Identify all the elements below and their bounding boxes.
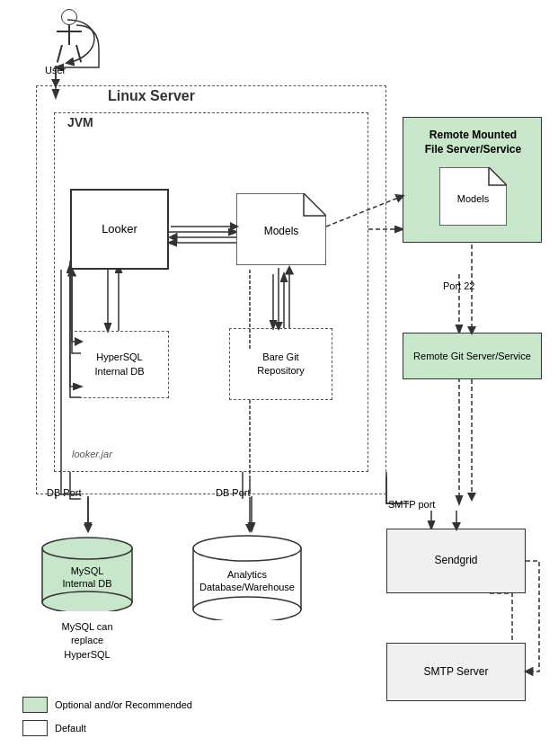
svg-point-19 xyxy=(193,536,301,561)
models-remote-label: Models xyxy=(439,192,507,205)
mysql-db-container: MySQLInternal DB xyxy=(38,530,137,611)
sendgrid-label: Sendgrid xyxy=(434,554,477,568)
port22-label: Port 22 xyxy=(443,280,474,291)
bare-git-box: Bare GitRepository xyxy=(229,328,332,400)
legend-default-label: Default xyxy=(55,723,86,734)
remote-mounted-label: Remote MountedFile Server/Service xyxy=(403,129,543,156)
remote-git-box: Remote Git Server/Service xyxy=(403,333,542,379)
legend-default-swatch xyxy=(22,720,48,736)
svg-point-20 xyxy=(193,597,301,620)
legend: Optional and/or Recommended Default xyxy=(22,697,192,736)
smtp-server-box: SMTP Server xyxy=(386,643,526,701)
svg-point-16 xyxy=(42,538,132,559)
mysql-db-label: MySQLInternal DB xyxy=(38,565,137,591)
smtp-server-label: SMTP Server xyxy=(424,665,489,680)
models-jvm-container: Models xyxy=(236,193,326,265)
legend-optional: Optional and/or Recommended xyxy=(22,697,192,713)
remote-git-label: Remote Git Server/Service xyxy=(413,350,531,362)
linux-server-label: Linux Server xyxy=(108,88,195,104)
db-port-center-label: DB Port xyxy=(216,487,251,498)
user-label: User xyxy=(45,65,66,76)
legend-optional-label: Optional and/or Recommended xyxy=(55,699,192,710)
legend-default: Default xyxy=(22,720,192,736)
remote-mounted-box: Remote MountedFile Server/Service Models xyxy=(403,117,542,243)
legend-optional-swatch xyxy=(22,697,48,713)
hypersql-box: HyperSQLInternal DB xyxy=(70,331,169,398)
analytics-db-container: AnalyticsDatabase/Warehouse xyxy=(189,530,306,620)
mysql-note: MySQL canreplaceHyperSQL xyxy=(38,620,137,662)
jvm-box xyxy=(54,112,368,472)
looker-jar-label: looker.jar xyxy=(72,449,112,459)
looker-box: Looker xyxy=(70,189,169,270)
user-figure xyxy=(43,9,88,67)
hypersql-label: HyperSQLInternal DB xyxy=(94,351,144,378)
smtp-port-label: SMTP port xyxy=(388,499,435,510)
bare-git-label: Bare GitRepository xyxy=(257,351,305,378)
analytics-db-label: AnalyticsDatabase/Warehouse xyxy=(189,568,306,594)
jvm-label: JVM xyxy=(67,115,93,129)
models-jvm-label: Models xyxy=(236,225,326,237)
svg-point-17 xyxy=(42,591,132,611)
diagram: User Linux Server JVM Looker Models Hype… xyxy=(0,0,558,756)
db-port-left-label: DB Port xyxy=(47,487,82,498)
looker-label: Looker xyxy=(102,222,137,237)
sendgrid-box: Sendgrid xyxy=(386,529,526,593)
